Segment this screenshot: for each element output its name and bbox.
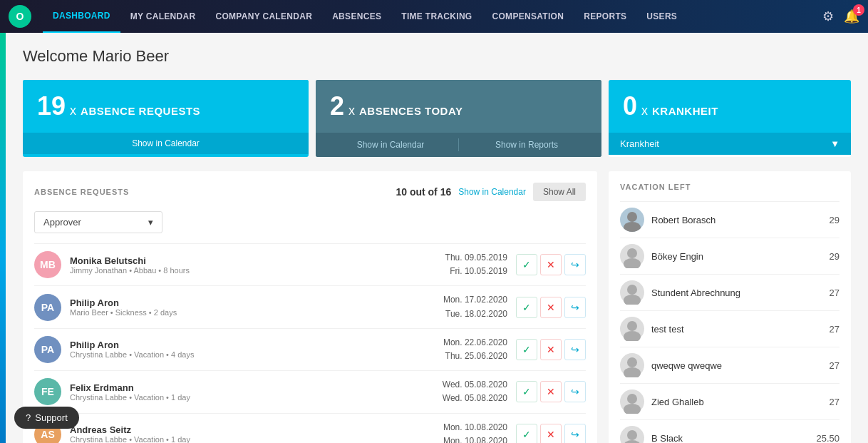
card1-x: x [70, 103, 76, 118]
card2-count: 2 [330, 91, 344, 121]
list-item: test test 27 [620, 310, 839, 347]
section-row: ABSENCE REQUESTS 10 out of 16 Show in Ca… [23, 171, 851, 443]
approver-filter[interactable]: Approver ▾ [34, 211, 162, 233]
vacation-days: 25.50 [816, 433, 839, 444]
person-name: Zied Ghalleb [651, 397, 822, 407]
card2-show-calendar[interactable]: Show in Calendar [323, 138, 458, 151]
approve-button[interactable]: ✓ [516, 381, 537, 402]
list-item: B Slack 25.50 [620, 419, 839, 443]
avatar [620, 389, 644, 414]
nav-my-calendar[interactable]: MY CALENDAR [120, 0, 206, 33]
decline-button[interactable]: ✕ [540, 339, 562, 360]
person-info: Felix Erdmann Chrystina Labbe • Vacation… [70, 382, 434, 402]
person-name: B Slack [651, 433, 809, 444]
svg-point-9 [624, 367, 641, 377]
decline-button[interactable]: ✕ [540, 254, 562, 275]
nav-reports[interactable]: REPORTS [574, 0, 636, 33]
svg-point-2 [627, 248, 637, 258]
nav-right: ⚙ 🔔 1 [822, 9, 859, 24]
card3-footer-label: Krankheit [620, 138, 659, 149]
nav-users[interactable]: USERS [636, 0, 687, 33]
approve-button[interactable]: ✓ [516, 254, 537, 275]
svg-point-13 [624, 440, 641, 443]
person-name: Monika Belutschi [70, 255, 437, 266]
forward-button[interactable]: ↪ [564, 381, 586, 402]
decline-button[interactable]: ✕ [540, 424, 562, 443]
person-sub: Chrystina Labbe • Vacation • 4 days [70, 350, 435, 359]
vacation-days: 27 [830, 397, 839, 407]
nav-compensation[interactable]: COMPENSATION [482, 0, 574, 33]
person-sub: Chrystina Labbe • Vacation • 1 day [70, 393, 434, 402]
decline-button[interactable]: ✕ [540, 381, 562, 402]
action-buttons: ✓ ✕ ↪ [516, 424, 586, 443]
svg-point-1 [624, 222, 641, 232]
absence-section-title: ABSENCE REQUESTS [34, 188, 129, 196]
person-info: Andreas Seitz Chrystina Labbe • Vacation… [70, 424, 435, 443]
forward-button[interactable]: ↪ [564, 339, 586, 360]
forward-button[interactable]: ↪ [564, 424, 586, 443]
action-buttons: ✓ ✕ ↪ [516, 297, 586, 318]
svg-point-6 [627, 321, 637, 331]
absence-section-header: ABSENCE REQUESTS 10 out of 16 Show in Ca… [34, 183, 586, 201]
date-range: Thu. 09.05.2019 Fri. 10.05.2019 [445, 251, 507, 278]
approve-button[interactable]: ✓ [516, 424, 537, 443]
settings-icon[interactable]: ⚙ [822, 9, 834, 24]
person-info: Philip Aron Chrystina Labbe • Vacation •… [70, 340, 435, 359]
nav-absences[interactable]: ABSENCES [322, 0, 391, 33]
approve-button[interactable]: ✓ [516, 297, 537, 318]
avatar [620, 244, 644, 268]
svg-point-10 [627, 394, 637, 404]
action-buttons: ✓ ✕ ↪ [516, 254, 586, 275]
approve-button[interactable]: ✓ [516, 339, 537, 360]
svg-point-11 [624, 404, 641, 414]
avatar [620, 280, 644, 305]
vacation-days: 27 [830, 324, 839, 335]
forward-button[interactable]: ↪ [564, 254, 586, 275]
chevron-down-icon: ▼ [830, 138, 839, 149]
list-item: Robert Borasch 29 [620, 201, 839, 238]
vacation-days: 29 [830, 251, 839, 262]
svg-point-12 [627, 430, 637, 440]
filter-row: Approver ▾ [34, 211, 586, 233]
card1-label: ABSENCE REQUESTS [81, 105, 200, 117]
vacation-title: VACATION LEFT [620, 183, 839, 191]
person-sub: Chrystina Labbe • Vacation • 1 day [70, 435, 435, 443]
date-range: Mon. 17.02.2020 Tue. 18.02.2020 [443, 293, 507, 320]
svg-point-7 [624, 331, 641, 341]
card2-header: 2 x ABSENCES TODAY [316, 80, 601, 133]
navbar: O DASHBOARD MY CALENDAR COMPANY CALENDAR… [0, 0, 868, 33]
show-all-button[interactable]: Show All [533, 183, 586, 201]
svg-point-3 [624, 258, 641, 268]
action-buttons: ✓ ✕ ↪ [516, 381, 586, 402]
date-range: Wed. 05.08.2020 Wed. 05.08.2020 [443, 378, 507, 405]
card3-footer[interactable]: Krankheit ▼ [609, 133, 851, 155]
card2-show-reports[interactable]: Show in Reports [459, 138, 594, 151]
show-calendar-link[interactable]: Show in Calendar [458, 187, 526, 197]
avatar [620, 426, 644, 443]
card1-show-calendar[interactable]: Show in Calendar [23, 133, 309, 154]
nav-company-calendar[interactable]: COMPANY CALENDAR [205, 0, 322, 33]
support-button[interactable]: ? Support [14, 407, 79, 429]
avatar: PA [34, 336, 61, 363]
krankheit-card: 0 x KRANKHEIT Krankheit ▼ [609, 80, 851, 157]
question-icon: ? [26, 412, 31, 423]
support-label: Support [35, 412, 68, 423]
card2-label: ABSENCES TODAY [359, 105, 463, 117]
nav-dashboard[interactable]: DASHBOARD [43, 0, 120, 33]
nav-time-tracking[interactable]: TIME TRACKING [391, 0, 482, 33]
logo[interactable]: O [9, 5, 31, 28]
card3-x: x [641, 103, 648, 118]
count-display: 10 out of 16 [396, 186, 451, 198]
absence-requests-section: ABSENCE REQUESTS 10 out of 16 Show in Ca… [23, 171, 597, 443]
table-row: PA Philip Aron Chrystina Labbe • Vacatio… [34, 328, 586, 370]
svg-point-5 [624, 295, 641, 305]
person-name: Andreas Seitz [70, 424, 435, 435]
table-row: MB Monika Belutschi Jimmy Jonathan • Abb… [34, 243, 586, 285]
decline-button[interactable]: ✕ [540, 297, 562, 318]
forward-button[interactable]: ↪ [564, 297, 586, 318]
notification-icon[interactable]: 🔔 1 [844, 9, 859, 24]
person-name: Stundent Abrechnung [651, 287, 822, 298]
person-name: Robert Borasch [651, 215, 822, 225]
sidebar-accent [0, 33, 6, 443]
table-row: PA Philip Aron Mario Beer • Sickness • 2… [34, 285, 586, 327]
